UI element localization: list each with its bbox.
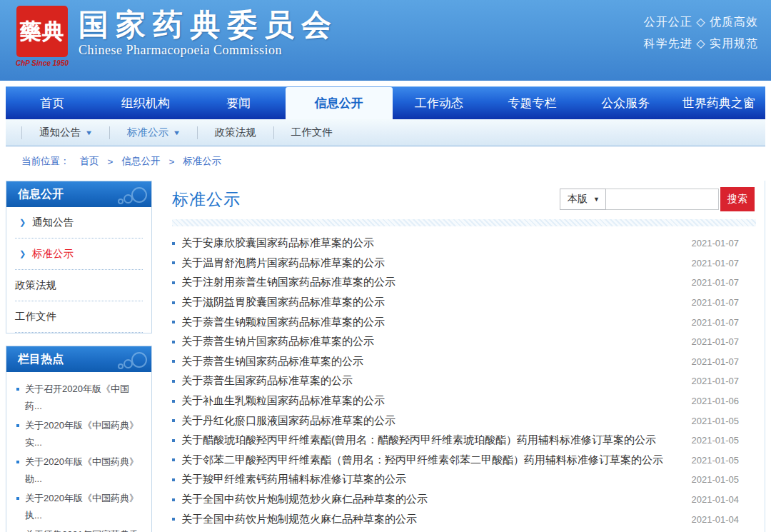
announcement-row[interactable]: 关于温胃舒泡腾片国家药品标准草案的公示 2021-01-07 xyxy=(172,254,763,273)
sidebar-menu-item[interactable]: ❯ 标准公示 xyxy=(15,239,143,270)
hot-topic-label: 关于2020年版《中国药典》执... xyxy=(25,490,144,524)
bullet-icon xyxy=(172,498,175,501)
hot-topic-item[interactable]: 关于2020年版《中国药典》实... xyxy=(15,417,144,451)
cloud-decoration-icon xyxy=(114,186,147,207)
page-title: 标准公示 xyxy=(172,189,241,211)
hot-topics-title: 栏目热点 xyxy=(18,352,64,367)
breadcrumb-item: > 信息公开 xyxy=(99,155,161,168)
search-input[interactable] xyxy=(606,189,719,210)
announcement-row[interactable]: 关于丹红化瘀口服液国家药品标准草案的公示 2021-01-05 xyxy=(172,411,763,431)
announcement-title: 关于羧甲纤维素钙药用辅料标准修订草案的公示 xyxy=(181,473,406,486)
bullet-icon xyxy=(16,497,19,500)
breadcrumb-item: > 首页 xyxy=(80,155,99,168)
bullet-icon xyxy=(172,380,175,383)
announcement-row[interactable]: 关于滋阴益胃胶囊国家药品标准草案的公示 2021-01-07 xyxy=(172,293,763,313)
announcement-row[interactable]: 关于全国中药饮片炮制规范火麻仁品种草案的公示 2021-01-04 xyxy=(172,509,763,529)
nav-tab[interactable]: 工作动态 xyxy=(393,87,486,119)
search-scope-value: 本版 xyxy=(568,193,588,206)
breadcrumb-link[interactable]: 首页 xyxy=(80,155,99,168)
hot-topic-item[interactable]: 关于召开2020年版《中国药... xyxy=(15,381,144,415)
sidebar-menu-item[interactable]: ❯ 工作文件 xyxy=(15,301,143,333)
announcement-title: 关于全国中药饮片炮制规范炒火麻仁品种草案的公示 xyxy=(181,493,428,506)
announcement-row[interactable]: 关于注射用萘普生钠国家药品标准草案的公示 2021-01-07 xyxy=(172,273,763,293)
bullet-icon xyxy=(16,424,19,427)
announcement-date: 2021-01-06 xyxy=(682,396,740,406)
bullet-icon xyxy=(172,478,175,481)
announcement-title: 关于丹红化瘀口服液国家药品标准草案的公示 xyxy=(181,414,395,428)
subnav-item[interactable]: 通知公告 ▼ xyxy=(21,126,109,139)
nav-tab[interactable]: 首页 xyxy=(6,87,99,119)
subnav-item[interactable]: 工作文件 ▼ xyxy=(273,126,350,139)
site-title: 国家药典委员会 xyxy=(79,9,338,41)
subnav-item-label: 工作文件 xyxy=(291,126,333,139)
site-title-block: 国家药典委员会 Chinese Pharmacopoeia Commission xyxy=(79,9,338,58)
announcement-row[interactable]: 关于醋酸琥珀酸羟丙甲纤维素酯(曾用名：醋酸羟丙甲纤维素琥珀酸酯）药用辅料标准修订… xyxy=(172,431,763,451)
sidebar-menu-item-label: 工作文件 xyxy=(15,310,56,323)
site-subtitle: Chinese Pharmacopoeia Commission xyxy=(79,43,338,58)
bullet-icon xyxy=(172,518,175,521)
subnav-item[interactable]: 标准公示 ▼ xyxy=(109,126,197,139)
hot-topics-list: 关于召开2020年版《中国药... 关于2020年版《中国药典》实... 关于2… xyxy=(6,372,151,532)
announcement-title: 关于滋阴益胃胶囊国家药品标准草案的公示 xyxy=(181,296,385,309)
bullet-icon xyxy=(172,341,175,343)
seal-caption: ChP Since 1950 xyxy=(11,59,73,67)
bullet-icon xyxy=(172,261,175,264)
announcement-row[interactable]: 关于安康欣胶囊国家药品标准草案的公示 2021-01-07 xyxy=(172,234,763,254)
bullet-icon xyxy=(172,419,175,422)
announcement-row[interactable]: 关于全国中药饮片炮制规范炒火麻仁品种草案的公示 2021-01-04 xyxy=(172,490,763,510)
breadcrumb: 当前位置： > 首页 > 信息公开 > 标准公示 xyxy=(0,146,771,176)
announcement-title: 关于醋酸琥珀酸羟丙甲纤维素酯(曾用名：醋酸羟丙甲纤维素琥珀酸酯）药用辅料标准修订… xyxy=(181,433,656,447)
search-scope-select[interactable]: 本版 ▼ xyxy=(560,189,606,210)
breadcrumb-label: 当前位置： xyxy=(21,155,70,168)
sidebar-section-hot-topics: 栏目热点 关于召开2020年版《中国药... 关于2020年版《中国药典》实..… xyxy=(6,346,152,532)
announcement-row[interactable]: 关于羧甲纤维素钙药用辅料标准修订草案的公示 2021-01-05 xyxy=(172,470,763,490)
nav-tab[interactable]: 专题专栏 xyxy=(485,87,579,119)
nav-tab[interactable]: 组织机构 xyxy=(99,87,193,119)
nav-tab[interactable]: 要闻 xyxy=(192,87,286,119)
sidebar-section-header: 信息公开 xyxy=(6,181,151,207)
nav-tab[interactable]: 世界药典之窗 xyxy=(672,87,765,119)
page-body: 信息公开 ❯ 通知公告 ❯ 标准公示 ❯ 政策法规 ❯ 工作文件 xyxy=(0,176,771,532)
hot-topic-item[interactable]: 关于2020年版《中国药典》执... xyxy=(15,490,144,524)
cloud-decoration-icon xyxy=(114,351,147,372)
sidebar-menu-item[interactable]: ❯ 政策法规 xyxy=(15,270,143,301)
sidebar-menu-item-label: 政策法规 xyxy=(15,278,56,292)
hot-topics-header: 栏目热点 xyxy=(6,346,151,372)
announcement-row[interactable]: 关于邻苯二甲酸羟丙甲纤维素酯（曾用名：羟丙甲纤维素邻苯二甲酸酯）药用辅料标准修订… xyxy=(172,451,763,471)
announcement-date: 2021-01-07 xyxy=(682,356,740,367)
subnav-item[interactable]: 政策法规 ▼ xyxy=(197,126,273,139)
hot-topic-label: 关于2020年版《中国药典》勘... xyxy=(25,453,144,488)
announcement-row[interactable]: 关于萘普生国家药品标准草案的公示 2021-01-07 xyxy=(172,371,763,391)
section-divider xyxy=(172,219,756,226)
breadcrumb-link[interactable]: 标准公示 xyxy=(183,155,221,168)
subnav-item-label: 标准公示 xyxy=(127,126,168,139)
hot-topic-label: 关于召开2020年版《中国药... xyxy=(25,381,144,415)
hot-topic-item[interactable]: 关于2020年版《中国药典》勘... xyxy=(15,453,144,488)
slogan-line-2: 科学先进 ◇ 实用规范 xyxy=(644,33,758,54)
nav-tab-label: 公众服务 xyxy=(601,95,650,111)
sidebar-menu-item[interactable]: ❯ 通知公告 xyxy=(15,207,143,239)
announcement-date: 2021-01-07 xyxy=(682,277,740,288)
announcement-date: 2021-01-04 xyxy=(682,494,740,505)
announcement-row[interactable]: 关于补血生乳颗粒国家药品标准草案的公示 2021-01-06 xyxy=(172,391,763,411)
breadcrumb-link[interactable]: 信息公开 xyxy=(121,155,160,168)
chevron-down-icon: ▼ xyxy=(173,129,181,136)
announcement-row[interactable]: 关于萘普生钠国家药品标准草案的公示 2021-01-07 xyxy=(172,352,763,372)
breadcrumb-item: > 标准公示 xyxy=(160,155,221,168)
nav-tab-label: 信息公开 xyxy=(315,95,363,111)
search-button[interactable]: 搜索 xyxy=(720,187,755,211)
nav-tab[interactable]: 公众服务 xyxy=(579,87,672,119)
hot-topic-item[interactable]: 关于征集2021年国家药典委员... xyxy=(15,526,144,532)
nav-tab[interactable]: 信息公开 xyxy=(286,87,393,119)
announcement-date: 2021-01-05 xyxy=(682,474,740,485)
announcement-row[interactable]: 关于萘普生钠片国家药品标准草案的公示 2021-01-07 xyxy=(172,332,763,352)
nav-tab-label: 组织机构 xyxy=(121,95,170,111)
content-header: 标准公示 本版 ▼ 搜索 xyxy=(165,181,763,218)
announcement-date: 2021-01-07 xyxy=(682,297,740,308)
announcement-date: 2021-01-07 xyxy=(682,317,740,328)
announcement-date: 2021-01-07 xyxy=(682,238,740,249)
hot-topic-label: 关于征集2021年国家药典委员... xyxy=(25,526,144,532)
bullet-icon xyxy=(16,388,19,391)
site-logo[interactable]: 藥典 ChP Since 1950 xyxy=(11,6,73,67)
announcement-row[interactable]: 关于萘普生钠颗粒国家药品标准草案的公示 2021-01-07 xyxy=(172,312,763,332)
